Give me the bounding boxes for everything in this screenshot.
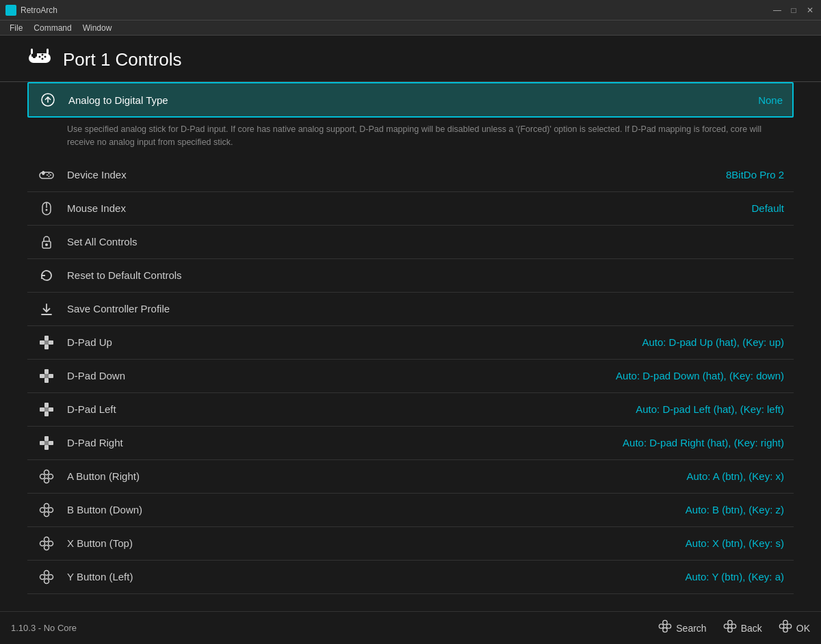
reset-controls-label: Reset to Default Controls — [67, 269, 784, 281]
svg-point-48 — [49, 507, 53, 512]
ok-action[interactable]: OK — [779, 619, 810, 636]
row-dpad-down[interactable]: D-Pad Down Auto: D-pad Down (hat), (Key:… — [27, 360, 794, 393]
btn-b-label: B Button (Down) — [67, 504, 686, 515]
row-btn-a[interactable]: A Button (Right) Auto: A (btn), (Key: x) — [27, 460, 794, 494]
svg-point-55 — [44, 570, 49, 575]
page-title: Port 1 Controls — [63, 49, 181, 70]
dpad-left-icon — [37, 400, 56, 419]
svg-rect-34 — [44, 412, 49, 416]
ok-icon — [779, 619, 792, 636]
main-content: Port 1 Controls Analog to Digital Type N… — [0, 36, 821, 611]
btn-a-label: A Button (Right) — [67, 470, 686, 482]
menu-bar: File Command Window — [0, 21, 821, 36]
svg-rect-41 — [49, 441, 53, 445]
analog-description: Use specified analog stick for D-Pad inp… — [27, 118, 794, 159]
svg-point-56 — [49, 574, 53, 579]
svg-rect-38 — [44, 436, 49, 441]
svg-point-69 — [779, 624, 783, 628]
analog-label: Analog to Digital Type — [68, 94, 758, 106]
search-action[interactable]: Search — [658, 619, 706, 636]
svg-rect-31 — [49, 374, 53, 378]
row-btn-x[interactable]: X Button (Top) Auto: X (btn), (Key: s) — [27, 527, 794, 561]
title-bar: RetroArch — □ ✕ — [0, 0, 821, 21]
svg-point-47 — [44, 503, 49, 508]
svg-point-63 — [727, 620, 731, 624]
svg-rect-25 — [40, 340, 44, 345]
row-btn-y[interactable]: Y Button (Left) Auto: Y (btn), (Key: a) — [27, 561, 794, 594]
mouse-icon — [37, 199, 56, 218]
svg-rect-39 — [44, 445, 49, 450]
search-label: Search — [676, 623, 706, 634]
svg-point-62 — [663, 628, 667, 632]
svg-point-43 — [44, 470, 49, 474]
svg-point-67 — [783, 620, 787, 624]
back-label: Back — [741, 623, 762, 634]
set-all-controls-label: Set All Controls — [67, 236, 784, 247]
svg-rect-12 — [42, 172, 45, 174]
download-icon — [37, 299, 56, 319]
window-controls: — □ ✕ — [772, 5, 816, 16]
svg-rect-35 — [40, 407, 44, 412]
svg-rect-37 — [44, 407, 49, 412]
row-dpad-left[interactable]: D-Pad Left Auto: D-pad Left (hat), (Key:… — [27, 393, 794, 427]
svg-point-58 — [44, 578, 49, 583]
menu-file[interactable]: File — [4, 21, 28, 35]
svg-rect-32 — [44, 374, 49, 378]
svg-rect-7 — [31, 49, 33, 54]
svg-point-21 — [45, 243, 48, 246]
svg-point-52 — [49, 541, 53, 546]
row-device-index[interactable]: Device Index 8BitDo Pro 2 — [27, 159, 794, 192]
svg-rect-33 — [44, 403, 49, 407]
svg-rect-40 — [40, 441, 44, 445]
svg-point-46 — [44, 478, 49, 483]
svg-rect-8 — [47, 49, 49, 54]
svg-rect-28 — [44, 369, 49, 374]
row-save-profile[interactable]: Save Controller Profile — [27, 293, 794, 326]
minimize-button[interactable]: — — [772, 5, 783, 16]
btn-y-value: Auto: Y (btn), (Key: a) — [685, 571, 784, 582]
svg-point-53 — [40, 541, 45, 546]
svg-point-13 — [49, 173, 50, 174]
bottom-bar: 1.10.3 - No Core Search — [0, 611, 821, 644]
analog-icon — [38, 90, 57, 109]
svg-rect-30 — [40, 374, 44, 378]
device-index-value: 8BitDo Pro 2 — [726, 169, 784, 180]
svg-point-45 — [40, 474, 45, 479]
mouse-index-label: Mouse Index — [67, 202, 751, 214]
svg-point-51 — [44, 537, 49, 541]
row-dpad-right[interactable]: D-Pad Right Auto: D-pad Right (hat), (Ke… — [27, 427, 794, 460]
svg-point-54 — [44, 545, 49, 550]
row-reset-controls[interactable]: Reset to Default Controls — [27, 259, 794, 293]
dpad-right-icon — [37, 433, 56, 453]
btn-b-value: Auto: B (btn), (Key: z) — [686, 504, 784, 515]
row-mouse-index[interactable]: Mouse Index Default — [27, 192, 794, 226]
menu-window[interactable]: Window — [77, 21, 118, 35]
search-icon — [658, 619, 672, 636]
save-profile-label: Save Controller Profile — [67, 303, 784, 314]
row-set-all-controls[interactable]: Set All Controls — [27, 226, 794, 259]
row-dpad-up[interactable]: D-Pad Up Auto: D-pad Up (hat), (Key: up) — [27, 326, 794, 360]
svg-point-70 — [783, 628, 787, 632]
svg-point-65 — [724, 624, 728, 628]
dpad-down-icon — [37, 366, 56, 386]
btn-x-label: X Button (Top) — [67, 537, 686, 549]
page-header: Port 1 Controls — [0, 36, 821, 81]
dpad-left-value: Auto: D-pad Left (hat), (Key: left) — [636, 403, 784, 415]
btn-x-value: Auto: X (btn), (Key: s) — [686, 537, 784, 549]
close-button[interactable]: ✕ — [805, 5, 816, 16]
row-btn-b[interactable]: B Button (Down) Auto: B (btn), (Key: z) — [27, 494, 794, 527]
svg-point-5 — [39, 56, 41, 58]
svg-point-49 — [40, 507, 45, 512]
svg-point-15 — [47, 174, 48, 176]
app-icon — [5, 5, 16, 16]
menu-command[interactable]: Command — [28, 21, 77, 35]
row-analog-to-digital[interactable]: Analog to Digital Type None — [27, 82, 794, 118]
maximize-button[interactable]: □ — [788, 5, 799, 16]
svg-point-19 — [46, 209, 48, 211]
dpad-right-value: Auto: D-pad Right (hat), (Key: right) — [623, 437, 784, 448]
analog-value: None — [758, 94, 783, 106]
back-action[interactable]: Back — [723, 619, 762, 636]
back-icon — [723, 619, 737, 636]
btn-a-icon — [37, 467, 56, 486]
page-header-icon — [27, 48, 52, 72]
